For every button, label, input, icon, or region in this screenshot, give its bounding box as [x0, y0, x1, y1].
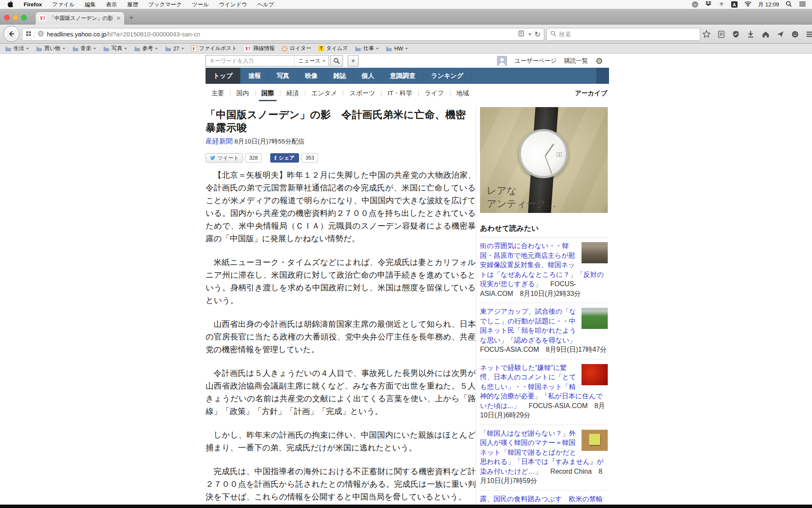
site-globe-icon[interactable]	[38, 30, 44, 39]
nav-tab-photo[interactable]: 写真	[269, 68, 297, 84]
browser-search-input[interactable]	[559, 31, 697, 38]
menu-tools[interactable]: ツール	[192, 1, 209, 8]
nav-tab-bylines[interactable]: 個人	[354, 68, 382, 84]
bookmark-reuters[interactable]: ロイター	[282, 45, 311, 52]
subnav-major[interactable]: 主要	[206, 89, 230, 97]
dropbox-icon[interactable]	[705, 1, 712, 8]
nav-tab-polls[interactable]: 意識調査	[382, 68, 423, 84]
spotlight-icon[interactable]	[786, 1, 792, 8]
tab-close-icon[interactable]: ✕	[116, 15, 121, 22]
nav-tab-ranking[interactable]: ランキング	[423, 68, 472, 84]
subnav-it-science[interactable]: IT・科学	[381, 89, 418, 97]
menu-file[interactable]: ファイル	[52, 1, 74, 8]
bookmark-folder-hw[interactable]: HW	[386, 46, 408, 52]
subnav-life[interactable]: ライフ	[419, 89, 450, 97]
avatar[interactable]	[497, 56, 507, 66]
smiley-addon-icon[interactable]	[791, 30, 799, 38]
news-search-input[interactable]	[206, 58, 294, 64]
related-item[interactable]: 「韓国人はなぜ謝らない？」外国人が嘆く韓国のマナー＝韓国ネット「韓国で謝るとばか…	[480, 425, 608, 491]
notification-center-icon[interactable]	[799, 1, 806, 8]
article-paragraph: しかし、昨年末の計画氏の拘束に伴い、中国国内にいた親族はほとんど捕まり、一番下の…	[206, 429, 476, 454]
url-dropdown-icon[interactable]	[528, 33, 532, 36]
bookmark-folder-photos[interactable]: 写真	[103, 45, 127, 52]
bookmark-filepost[interactable]: Fファイルポスト	[191, 45, 237, 52]
menubar-clock[interactable]: 月 12:09	[758, 1, 779, 8]
search-scope-dropdown[interactable]: ニュース	[294, 55, 329, 66]
user-page-link[interactable]: ユーザーページ	[515, 57, 557, 65]
bookmark-folder-life[interactable]: 生活	[5, 45, 29, 52]
subnav-international[interactable]: 国際	[255, 89, 280, 97]
menubar-app-name[interactable]: Firefox	[24, 1, 42, 8]
tweet-button[interactable]: ツイート	[206, 153, 243, 163]
bookmark-transit[interactable]: Y!路線情報	[244, 45, 274, 52]
bookmark-star-icon[interactable]	[702, 30, 710, 38]
subnav-domestic[interactable]: 国内	[230, 89, 255, 97]
folder-icon	[165, 46, 171, 51]
back-button[interactable]	[3, 26, 19, 42]
gear-icon[interactable]: ⚙	[595, 56, 603, 66]
add-keyword-button[interactable]: +	[348, 55, 359, 66]
yahoo-icon: Y!	[244, 46, 251, 52]
send-icon[interactable]	[776, 30, 785, 38]
shield-icon[interactable]	[732, 30, 740, 38]
menu-view[interactable]: 表示	[106, 1, 117, 8]
reading-list-icon[interactable]	[717, 30, 725, 38]
home-icon[interactable]	[761, 30, 770, 38]
folder-icon	[36, 46, 42, 51]
watch-ad-banner[interactable]: 3 レアな アンティーク…	[480, 107, 608, 213]
hamburger-menu-icon[interactable]	[806, 31, 812, 37]
menu-window[interactable]: ウインドウ	[219, 1, 247, 8]
subnav-economy[interactable]: 経済	[280, 89, 305, 97]
window-close-button[interactable]	[4, 15, 10, 20]
source-link[interactable]: 産経新聞	[206, 138, 233, 145]
news-primary-nav: トップ 速報 写真 映像 雑誌 個人 意識調査 ランキング	[206, 68, 609, 84]
bookmark-folder-work[interactable]: 仕事	[355, 45, 379, 52]
tweet-count[interactable]: 328	[245, 153, 262, 163]
input-source-icon[interactable]: A	[731, 1, 738, 8]
apple-menu-icon[interactable]	[8, 0, 14, 8]
subscriptions-link[interactable]: 購読一覧	[564, 57, 588, 65]
tab-groups-icon[interactable]	[26, 30, 31, 38]
creative-cloud-icon[interactable]: ∞	[692, 1, 698, 8]
nav-tab-top[interactable]: トップ	[206, 68, 241, 84]
window-zoom-button[interactable]	[21, 15, 27, 20]
bookmark-folder-27[interactable]: 27	[165, 46, 184, 52]
related-item[interactable]: ネットで経験した“嫌韓”に驚愕、日本人のコメントに「とても悲しい」・・韓国ネット…	[480, 359, 608, 425]
window-minimize-button[interactable]	[13, 15, 18, 20]
bookmark-folder-shopping[interactable]: 買い物	[36, 45, 65, 52]
wifi-icon[interactable]	[744, 1, 752, 8]
related-link[interactable]: 東アジアカップ、試合後の「なでしこ」の行動が話題に・・中国ネット民「頬を叩かれた…	[480, 308, 576, 344]
browser-search-bar[interactable]	[546, 28, 700, 41]
url-bar[interactable]: headlines.yahoo.co.jp/hl?a=20150810-0000…	[22, 28, 544, 41]
menu-help[interactable]: ヘルプ	[257, 1, 274, 8]
reader-mode-icon[interactable]	[518, 30, 525, 38]
url-text[interactable]: headlines.yahoo.co.jp/hl?a=20150810-0000…	[47, 31, 200, 38]
subnav-sports[interactable]: スポーツ	[343, 89, 381, 97]
subnav-region[interactable]: 地域	[450, 89, 475, 97]
news-search-box[interactable]: ニュース	[206, 55, 329, 66]
downloads-icon[interactable]	[746, 30, 755, 38]
thumbnail-stickynote-photo	[582, 430, 608, 451]
facebook-share-button[interactable]: f シェア	[270, 153, 299, 163]
browser-tab[interactable]: Y! 「中国版スノーデン」の影... ✕	[35, 11, 125, 25]
subnav-entertainment[interactable]: エンタメ	[305, 89, 343, 97]
bookmark-times[interactable]: Tタイムズ	[318, 45, 348, 52]
menu-edit[interactable]: 編集	[85, 1, 96, 8]
news-search-button[interactable]	[330, 55, 343, 66]
menu-history[interactable]: 履歴	[127, 1, 138, 8]
nav-tab-flash[interactable]: 速報	[241, 68, 269, 84]
menu-bookmarks[interactable]: ブックマーク	[148, 1, 182, 8]
bookmark-folder-reference[interactable]: 参考	[134, 45, 158, 52]
nav-tab-video[interactable]: 映像	[297, 68, 326, 84]
broadcast-icon[interactable]	[719, 1, 724, 8]
bookmark-folder-music[interactable]: 音楽	[72, 45, 96, 52]
reload-icon[interactable]: ↻	[535, 30, 540, 39]
publish-date: 8月10日(月)7時55分配信	[234, 138, 304, 145]
new-tab-button[interactable]: +	[129, 13, 134, 22]
related-item[interactable]: 街の雰囲気に合わない・・韓国・昌原市で地元商店主らが慰安婦像設置反対集会、韓国ネ…	[480, 237, 608, 303]
nav-tab-magazine[interactable]: 雑誌	[326, 68, 354, 84]
archive-link[interactable]: アーカイブ	[575, 89, 609, 97]
share-count[interactable]: 353	[302, 153, 318, 163]
related-item[interactable]: 東アジアカップ、試合後の「なでしこ」の行動が話題に・・中国ネット民「頬を叩かれた…	[480, 303, 608, 359]
tab-title: 「中国版スノーデン」の影...	[49, 15, 113, 22]
